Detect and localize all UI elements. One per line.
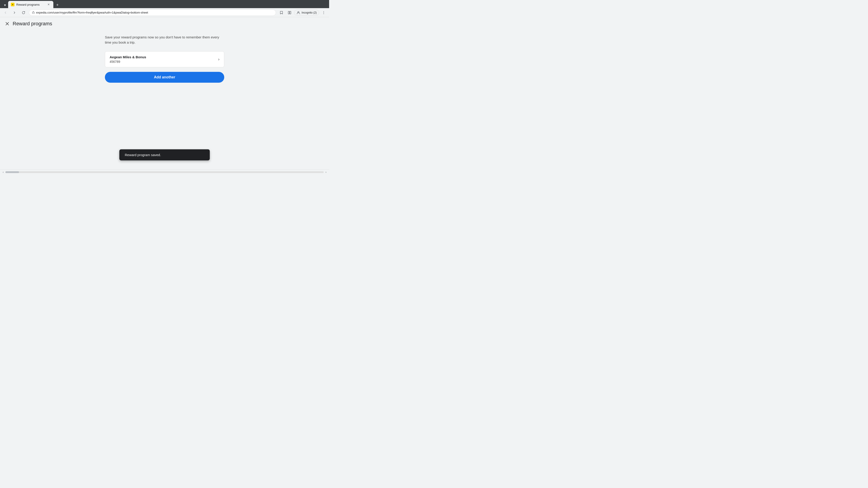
- svg-point-7: [323, 12, 324, 13]
- back-button[interactable]: [2, 9, 9, 16]
- new-tab-button[interactable]: +: [54, 2, 61, 8]
- lock-icon: [32, 11, 35, 14]
- toast-message: Reward program saved.: [125, 153, 161, 157]
- page-content: Reward programs Save your reward program…: [0, 17, 329, 169]
- reward-card-info: Aegean Miles & Bonus 456789: [110, 55, 146, 64]
- toolbar-actions: Incognito (2): [278, 9, 327, 16]
- scrollbar-thumb[interactable]: [5, 171, 19, 173]
- address-input[interactable]: expedia.com/user/myprofile/ffm?form=freq…: [29, 9, 276, 16]
- toast-notification: Reward program saved.: [119, 149, 210, 160]
- incognito-label: Incognito (2): [302, 11, 317, 14]
- page-header: Reward programs: [0, 17, 329, 30]
- tab-title: Reward programs: [16, 3, 45, 6]
- scroll-left-button[interactable]: ‹: [1, 170, 5, 174]
- svg-text:✈: ✈: [12, 4, 13, 5]
- description-text: Save your reward programs now so you don…: [105, 35, 224, 45]
- forward-button[interactable]: [11, 9, 18, 16]
- menu-button[interactable]: [320, 9, 327, 16]
- page-close-button[interactable]: [4, 21, 10, 26]
- svg-point-8: [323, 13, 324, 14]
- chevron-right-icon: ›: [218, 57, 219, 62]
- reward-program-number: 456789: [110, 60, 146, 64]
- tab-dropdown-button[interactable]: ▾: [2, 2, 8, 8]
- svg-rect-3: [288, 11, 289, 14]
- scroll-right-button[interactable]: ›: [324, 170, 328, 174]
- svg-point-6: [323, 11, 324, 11]
- scrollbar: ‹ ›: [0, 169, 329, 174]
- reward-program-name: Aegean Miles & Bonus: [110, 55, 146, 59]
- tab-bar: ▾ ✈ Reward programs ✕ +: [0, 0, 329, 8]
- page-title: Reward programs: [13, 21, 52, 27]
- add-another-button[interactable]: Add another: [105, 72, 224, 83]
- bookmark-button[interactable]: [278, 9, 285, 16]
- reader-mode-button[interactable]: [286, 9, 293, 16]
- tab-close-button[interactable]: ✕: [46, 2, 51, 6]
- scrollbar-track[interactable]: [5, 171, 324, 173]
- incognito-badge[interactable]: Incognito (2): [294, 10, 319, 15]
- url-text: expedia.com/user/myprofile/ffm?form=freq…: [36, 11, 273, 14]
- main-section: Save your reward programs now so you don…: [101, 35, 228, 83]
- reward-program-card[interactable]: Aegean Miles & Bonus 456789 ›: [105, 51, 224, 67]
- active-tab[interactable]: ✈ Reward programs ✕: [8, 1, 53, 8]
- address-bar: expedia.com/user/myprofile/ffm?form=freq…: [0, 8, 329, 17]
- svg-rect-2: [32, 12, 34, 13]
- tab-favicon: ✈: [11, 3, 14, 6]
- svg-rect-4: [290, 11, 291, 14]
- reload-button[interactable]: [20, 9, 27, 16]
